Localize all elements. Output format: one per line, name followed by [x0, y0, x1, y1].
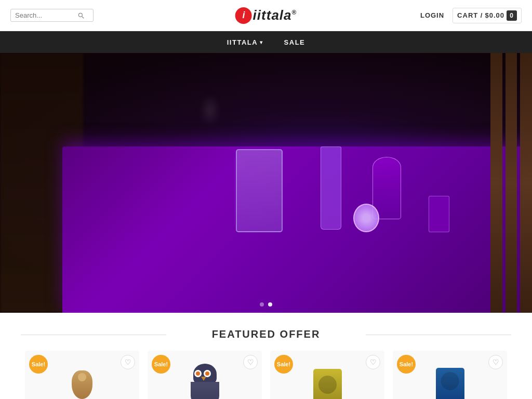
products-row: Sale! ♡ Sale! ♡ [10, 351, 522, 399]
search-input[interactable] [15, 11, 77, 19]
candle-holder-gold [313, 369, 342, 399]
nav-item-sale[interactable]: SALE [274, 38, 316, 46]
glass-vase [236, 149, 283, 232]
sale-badge-1: Sale! [29, 355, 48, 374]
svg-point-0 [78, 13, 82, 17]
carousel-dot-2[interactable] [268, 302, 272, 307]
glass-small-cup [429, 196, 449, 232]
logo-text: iittala® [253, 7, 297, 23]
featured-title: FEATURED OFFER [10, 328, 522, 340]
product-image-1: Sale! ♡ [25, 351, 139, 399]
wishlist-button-3[interactable]: ♡ [366, 355, 380, 369]
bird-figurine [72, 370, 92, 399]
chevron-down-icon: ▾ [260, 39, 263, 45]
wishlist-button-4[interactable]: ♡ [488, 355, 503, 369]
slat-1 [490, 53, 502, 313]
owl-figurine [191, 364, 219, 399]
product-image-2: Sale! ♡ [148, 351, 262, 399]
sale-badge-4: Sale! [397, 355, 416, 374]
product-card-3: Sale! ♡ [270, 351, 384, 399]
header-actions: LOGIN CART / $0.00 0 [420, 8, 522, 23]
candle-inner [318, 376, 337, 394]
product-card-4: Sale! ♡ [393, 351, 507, 399]
product-image-4: Sale! ♡ [393, 351, 507, 399]
cart-label: CART / [457, 11, 483, 19]
login-link[interactable]: LOGIN [420, 11, 444, 19]
wishlist-button-1[interactable]: ♡ [121, 355, 135, 369]
wishlist-button-2[interactable]: ♡ [243, 355, 258, 369]
logo: i iittala® [235, 7, 297, 24]
glass-tall-carafe [321, 147, 341, 230]
carousel-dot-1[interactable] [260, 302, 264, 307]
cart-price: $0.00 [485, 11, 504, 19]
header: i iittala® LOGIN CART / $0.00 0 [0, 0, 532, 31]
glass-candle-holder [353, 204, 379, 232]
search-button[interactable] [77, 12, 85, 19]
hero-banner [0, 53, 532, 313]
slat-2 [506, 53, 517, 313]
owl-pupil-right [205, 371, 209, 376]
cart-button[interactable]: CART / $0.00 0 [453, 8, 522, 23]
product-card-1: Sale! ♡ [25, 351, 139, 399]
owl-torso [191, 382, 219, 399]
svg-line-1 [82, 16, 84, 18]
sale-badge-3: Sale! [274, 355, 293, 374]
owl-beak [201, 377, 206, 381]
product-image-3: Sale! ♡ [270, 351, 384, 399]
smoke-effect [202, 95, 218, 126]
hero-background [0, 53, 532, 313]
owl-pupil-left [196, 371, 200, 376]
cart-count: 0 [507, 10, 517, 21]
carousel-dots [260, 302, 272, 307]
main-nav: IITTALA ▾ SALE [0, 31, 532, 53]
candle-holder-blue [436, 368, 464, 400]
search-icon [77, 12, 85, 19]
sale-badge-2: Sale! [152, 355, 170, 374]
product-card-2: Sale! ♡ [148, 351, 262, 399]
featured-section: FEATURED OFFER Sale! ♡ Sale! ♡ [0, 313, 532, 399]
logo-icon: i [235, 7, 252, 24]
hero-right-slats [490, 53, 532, 313]
slat-3 [520, 53, 532, 313]
logo-link[interactable]: i iittala® [235, 7, 297, 24]
search-form[interactable] [10, 9, 94, 22]
hero-table-surface [62, 147, 532, 313]
nav-item-iittala[interactable]: IITTALA ▾ [217, 38, 274, 46]
